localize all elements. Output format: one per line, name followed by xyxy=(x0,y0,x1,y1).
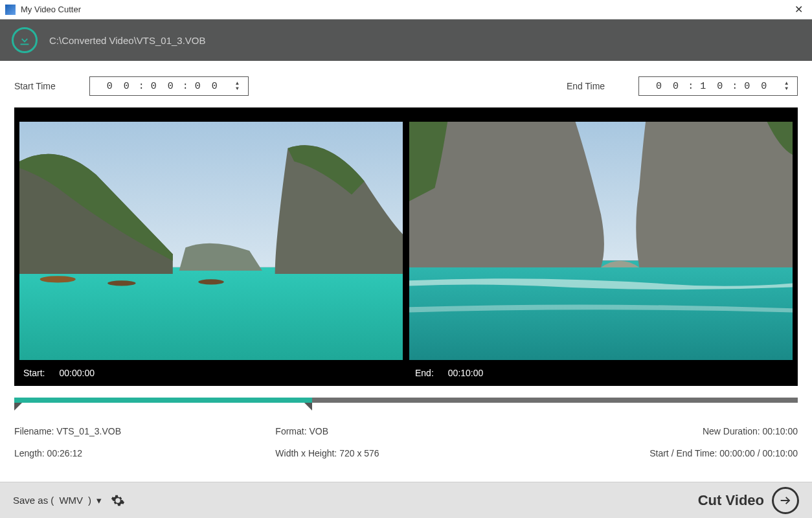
window-title: My Video Cutter xyxy=(21,5,791,14)
slider-end-handle[interactable] xyxy=(304,403,312,411)
preview-start-label: Start: 00:00:00 xyxy=(14,368,406,378)
start-time-input[interactable]: 0 0 : 0 0 : 0 0 ▲ ▼ xyxy=(89,76,249,96)
slider-start-handle[interactable] xyxy=(14,403,22,411)
start-time-group: Start Time 0 0 : 0 0 : 0 0 ▲ ▼ xyxy=(14,76,249,96)
info-start-end: Start / End Time: 00:00:00 / 00:10:00 xyxy=(537,448,798,458)
chevron-down-icon[interactable]: ▼ xyxy=(785,86,791,91)
download-icon[interactable] xyxy=(12,27,38,53)
svg-rect-0 xyxy=(21,44,29,45)
end-time-label: End Time xyxy=(567,81,605,91)
svg-point-3 xyxy=(40,276,76,282)
arrow-right-icon xyxy=(772,487,799,514)
info-new-duration: New Duration: 00:10:00 xyxy=(537,426,798,436)
end-frame-preview xyxy=(409,122,793,360)
preview-frames xyxy=(14,107,798,360)
preview-end-label: End: 00:10:00 xyxy=(406,368,798,378)
footer-bar: Save as ( WMV ) ▾ Cut Video xyxy=(0,482,812,518)
end-time-input[interactable]: 0 0 : 1 0 : 0 0 ▲ ▼ xyxy=(638,76,798,96)
cut-video-button[interactable]: Cut Video xyxy=(698,487,799,514)
app-icon xyxy=(5,5,16,15)
settings-button[interactable] xyxy=(111,493,125,508)
file-path: C:\Converted Video\VTS_01_3.VOB xyxy=(49,35,206,46)
slider-fill xyxy=(14,398,312,403)
end-time-stepper[interactable]: ▲ ▼ xyxy=(785,81,791,91)
info-format: Format: VOB xyxy=(275,426,536,436)
save-as-dropdown[interactable]: Save as ( WMV ) ▾ xyxy=(13,495,102,506)
svg-point-5 xyxy=(198,279,223,284)
preview-labels: Start: 00:00:00 End: 00:10:00 xyxy=(14,360,798,386)
time-input-row: Start Time 0 0 : 0 0 : 0 0 ▲ ▼ End Time … xyxy=(0,61,812,107)
window-titlebar: My Video Cutter ✕ xyxy=(0,0,812,19)
info-dimensions: Width x Height: 720 x 576 xyxy=(275,448,536,458)
video-preview-area: Start: 00:00:00 End: 00:10:00 xyxy=(14,107,798,386)
file-info-grid: Filename: VTS_01_3.VOB Format: VOB New D… xyxy=(0,420,812,467)
close-icon[interactable]: ✕ xyxy=(791,3,807,16)
file-path-bar: C:\Converted Video\VTS_01_3.VOB xyxy=(0,19,812,61)
start-frame-preview xyxy=(19,122,403,360)
start-time-stepper[interactable]: ▲ ▼ xyxy=(236,81,242,91)
trim-range-slider[interactable] xyxy=(14,395,798,413)
end-time-group: End Time 0 0 : 1 0 : 0 0 ▲ ▼ xyxy=(567,76,798,96)
info-filename: Filename: VTS_01_3.VOB xyxy=(14,426,275,436)
info-length: Length: 00:26:12 xyxy=(14,448,275,458)
svg-point-4 xyxy=(107,280,135,286)
start-time-label: Start Time xyxy=(14,81,56,91)
chevron-down-icon[interactable]: ▼ xyxy=(236,86,242,91)
chevron-down-icon: ▾ xyxy=(96,495,102,506)
